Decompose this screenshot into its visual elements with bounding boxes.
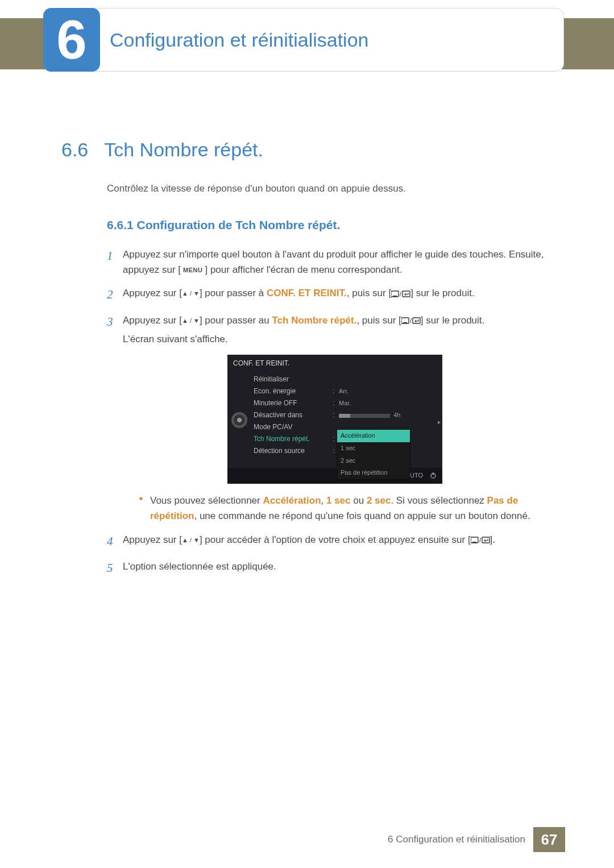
osd-slider-value: 4h bbox=[393, 412, 400, 418]
power-icon bbox=[430, 472, 437, 479]
dropdown-option-2sec: 2 sec bbox=[337, 455, 410, 467]
dropdown-option-acceleration: Accélération bbox=[337, 430, 410, 442]
osd-dropdown: Accélération 1 sec 2 sec Pas de répétiti… bbox=[337, 429, 410, 479]
steps-list: 1 Appuyez sur n'importe quel bouton à l'… bbox=[107, 247, 551, 586]
svg-rect-15 bbox=[482, 537, 489, 543]
svg-rect-7 bbox=[413, 318, 420, 323]
osd-value: Arr. bbox=[337, 387, 442, 397]
svg-text:/: / bbox=[400, 290, 402, 297]
text: L'option sélectionnée est appliquée. bbox=[123, 561, 276, 572]
subsection-heading: 6.6.1 Configuration de Tch Nombre répét. bbox=[107, 218, 340, 232]
osd-label: Econ. énergie bbox=[254, 386, 331, 397]
osd-item-reinitialiser: Réinitialiser bbox=[251, 374, 442, 386]
step-number: 2 bbox=[107, 285, 123, 305]
text: , bbox=[321, 495, 326, 506]
option-name: 2 sec bbox=[367, 495, 391, 506]
menu-button-label: MENU bbox=[181, 264, 205, 277]
step-body: Appuyez sur [▲ / ▼] pour accéder à l'opt… bbox=[123, 532, 551, 551]
dropdown-option-pas-de-repetition: Pas de répétition bbox=[337, 467, 410, 479]
step-5: 5 L'option sélectionnée est appliquée. bbox=[107, 559, 551, 578]
step-number: 5 bbox=[107, 559, 123, 578]
chapter-header: Configuration et réinitialisation bbox=[43, 8, 564, 72]
osd-label: Réinitialiser bbox=[254, 374, 331, 385]
text: , puis sur [ bbox=[347, 288, 391, 298]
footer-label: 6 Configuration et réinitialisation bbox=[388, 834, 525, 845]
step-4: 4 Appuyez sur [▲ / ▼] pour accéder à l'o… bbox=[107, 532, 551, 551]
step-body: L'option sélectionnée est appliquée. bbox=[123, 559, 551, 578]
text: Appuyez sur [ bbox=[123, 288, 182, 298]
text: , une commande ne répond qu'une fois qua… bbox=[194, 510, 530, 521]
chevron-right-icon: ▸ bbox=[438, 417, 441, 427]
svg-text:/: / bbox=[479, 537, 482, 543]
text: Vous pouvez sélectionner bbox=[150, 495, 263, 506]
text: L'écran suivant s'affiche. bbox=[123, 334, 228, 344]
text: ou bbox=[351, 495, 367, 506]
svg-text:/: / bbox=[410, 317, 412, 324]
source-enter-icon: / bbox=[471, 536, 490, 544]
osd-label: Mode PC/AV bbox=[254, 422, 331, 433]
osd-value: 4h bbox=[337, 410, 442, 421]
text: ]. bbox=[490, 534, 495, 545]
osd-item-minuterie-off: Minuterie OFF:Mar. bbox=[251, 398, 442, 410]
text: ] pour passer à bbox=[200, 288, 267, 298]
step-3: 3 Appuyez sur [▲ / ▼] pour passer au Tch… bbox=[107, 313, 551, 524]
step-body: Appuyez sur n'importe quel bouton à l'av… bbox=[123, 247, 551, 277]
step-body: Appuyez sur [▲ / ▼] pour passer au Tch N… bbox=[123, 313, 551, 524]
up-down-icon: ▲ / ▼ bbox=[182, 536, 200, 543]
section-heading: 6.6 Tch Nombre répét. bbox=[61, 139, 263, 161]
source-enter-icon: / bbox=[401, 317, 421, 325]
chapter-badge: 6 bbox=[43, 8, 100, 72]
text: Appuyez sur [ bbox=[123, 315, 182, 326]
step-number: 3 bbox=[107, 313, 123, 524]
text: ] sur le produit. bbox=[410, 288, 474, 298]
section-number: 6.6 bbox=[61, 139, 88, 161]
page-number: 67 bbox=[533, 827, 565, 852]
svg-rect-3 bbox=[403, 291, 410, 297]
text: ] pour accéder à l'option de votre choix… bbox=[200, 534, 471, 545]
option-name: Accélération bbox=[263, 495, 321, 506]
bullet-body: Vous pouvez sélectionner Accélération, 1… bbox=[150, 493, 551, 524]
section-title: Tch Nombre répét. bbox=[104, 139, 263, 161]
section-intro: Contrôlez la vitesse de réponse d'un bou… bbox=[107, 183, 406, 194]
osd-wheel-icon bbox=[227, 373, 251, 468]
osd-item-desactiver-dans: Désactiver dans: 4h bbox=[251, 410, 442, 422]
osd-label: Minuterie OFF bbox=[254, 398, 331, 409]
osd-screenshot: CONF. ET REINIT. Réinitialiser Econ. éne… bbox=[227, 355, 442, 484]
text: . Si vous sélectionnez bbox=[391, 495, 487, 506]
text: Appuyez sur [ bbox=[123, 534, 182, 545]
step-number: 1 bbox=[107, 247, 123, 277]
osd-label: Désactiver dans bbox=[254, 410, 331, 421]
bullet-note: ● Vous pouvez sélectionner Accélération,… bbox=[139, 493, 551, 524]
source-enter-icon: / bbox=[391, 290, 410, 298]
bullet-icon: ● bbox=[139, 493, 150, 524]
osd-label: Détection source bbox=[254, 446, 331, 456]
page-footer: 6 Configuration et réinitialisation 67 bbox=[0, 827, 614, 852]
osd-value: Mar. bbox=[337, 398, 442, 409]
option-name: 1 sec bbox=[326, 495, 351, 506]
step-2: 2 Appuyez sur [▲ / ▼] pour passer à CONF… bbox=[107, 285, 551, 305]
up-down-icon: ▲ / ▼ bbox=[182, 290, 200, 297]
svg-rect-5 bbox=[403, 322, 407, 323]
svg-rect-13 bbox=[472, 542, 476, 543]
step-1: 1 Appuyez sur n'importe quel bouton à l'… bbox=[107, 247, 551, 277]
osd-label: Tch Nombre répét. bbox=[254, 434, 331, 445]
text: ] pour afficher l'écran de menu correspo… bbox=[205, 264, 402, 275]
osd-item-econ-energie: Econ. énergie:Arr. bbox=[251, 386, 442, 398]
text: ] pour passer au bbox=[200, 315, 272, 326]
slider-icon bbox=[339, 414, 390, 418]
svg-rect-1 bbox=[393, 296, 397, 297]
text: , puis sur [ bbox=[356, 315, 401, 326]
osd-title: CONF. ET REINIT. bbox=[227, 355, 442, 372]
step-number: 4 bbox=[107, 532, 123, 551]
menu-name: CONF. ET REINIT. bbox=[267, 288, 347, 298]
dropdown-option-1sec: 1 sec bbox=[337, 442, 410, 455]
step-body: Appuyez sur [▲ / ▼] pour passer à CONF. … bbox=[123, 285, 551, 305]
up-down-icon: ▲ / ▼ bbox=[182, 317, 200, 324]
chapter-number: 6 bbox=[56, 13, 86, 67]
text: ] sur le produit. bbox=[421, 315, 484, 326]
menu-name: Tch Nombre répét. bbox=[272, 315, 356, 326]
chapter-title: Configuration et réinitialisation bbox=[110, 29, 368, 51]
